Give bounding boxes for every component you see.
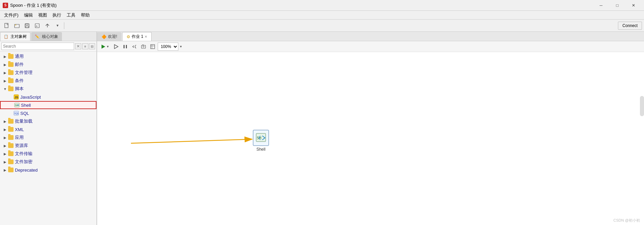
canvas-shell-node[interactable]: SH Shell — [253, 130, 269, 152]
tree-item-mail[interactable]: ▶ 邮件 — [0, 60, 96, 69]
tab-main-objects[interactable]: 📋 主对象树 — [0, 32, 30, 41]
connect-button[interactable]: Connect — [618, 22, 642, 30]
stop-button[interactable] — [112, 43, 120, 51]
capture-button[interactable] — [139, 43, 148, 51]
canvas-tabs: 🔶 欢迎! ⚙ 作业 1 ✕ — [97, 32, 644, 41]
zoom-dropdown[interactable]: ▼ — [179, 45, 182, 48]
toolbar-dropdown[interactable]: ▼ — [53, 21, 62, 30]
shell-node-icon: SH — [256, 132, 266, 143]
svg-rect-20 — [151, 45, 155, 49]
svg-rect-17 — [141, 45, 146, 48]
svg-text:SQL: SQL — [14, 112, 19, 115]
expand-fileencrypt[interactable]: ▶ — [3, 159, 7, 164]
tab-close-job1[interactable]: ✕ — [145, 35, 147, 39]
svg-point-18 — [143, 46, 144, 47]
toolbar-open[interactable] — [12, 21, 22, 30]
tree-label-batchload: 批量加载 — [15, 118, 32, 124]
menu-edit[interactable]: 编辑 — [21, 11, 36, 19]
menu-file[interactable]: 文件(F) — [1, 11, 21, 19]
toolbar-new[interactable] — [2, 21, 12, 30]
tab-main-objects-label: 主对象树 — [10, 34, 27, 39]
menu-bar: 文件(F) 编辑 视图 执行 工具 帮助 — [0, 11, 644, 20]
svg-line-24 — [131, 139, 252, 143]
arrow-svg — [97, 52, 644, 225]
toolbar-save[interactable] — [22, 21, 32, 30]
folder-icon-general — [8, 54, 14, 59]
tree-label-app: 应用 — [15, 134, 24, 141]
expand-mail[interactable]: ▶ — [3, 62, 7, 67]
welcome-tab-icon: 🔶 — [102, 34, 107, 39]
expand-script[interactable]: ▼ — [3, 86, 7, 91]
canvas-toolbar: ▼ 25% 50% 75% 100% 150% — [97, 41, 644, 52]
menu-view[interactable]: 视图 — [36, 11, 50, 19]
tree-item-general[interactable]: ▶ 通用 — [0, 52, 96, 60]
tab-welcome[interactable]: 🔶 欢迎! — [97, 32, 121, 41]
tree-item-database[interactable]: ▶ 资源库 — [0, 142, 96, 150]
folder-icon-batchload — [8, 119, 14, 124]
folder-icon-filetransfer — [8, 151, 14, 156]
toolbar-saveas[interactable]: A — [32, 21, 42, 30]
tree-item-batchload[interactable]: ▶ 批量加载 — [0, 117, 96, 125]
pause-button[interactable] — [121, 43, 129, 51]
toolbar-export[interactable] — [43, 21, 52, 30]
search-clear-button[interactable]: ✕ — [75, 43, 81, 49]
tree-item-condition[interactable]: ▶ 条件 — [0, 77, 96, 85]
play-button[interactable]: ▼ — [99, 43, 111, 51]
tree-view-button[interactable]: ≡ — [82, 43, 88, 49]
tree-label-sql: SQL — [20, 111, 29, 116]
tree-label-general: 通用 — [15, 53, 24, 59]
tree-item-fileencrypt[interactable]: ▶ 文件加密 — [0, 158, 96, 166]
close-button[interactable]: ✕ — [626, 0, 641, 11]
left-panel: 📋 主对象树 ✏️ 核心对象 ✕ ≡ ⊟ ▶ 通用 — [0, 32, 97, 225]
expand-batchload[interactable]: ▶ — [3, 119, 7, 124]
tree-item-script[interactable]: ▼ 脚本 — [0, 85, 96, 93]
tree-item-filemanage[interactable]: ▶ 文件管理 — [0, 69, 96, 77]
search-area: ✕ ≡ ⊟ — [0, 41, 96, 52]
canvas-scrollbar[interactable] — [640, 96, 644, 116]
expand-filemanage[interactable]: ▶ — [3, 70, 7, 75]
expand-general[interactable]: ▶ — [3, 54, 7, 59]
rewind-button[interactable] — [130, 43, 138, 51]
tree-item-deprecated[interactable]: ▶ Deprecated — [0, 166, 96, 174]
expand-xml[interactable]: ▶ — [3, 127, 7, 132]
tree-item-app[interactable]: ▶ 应用 — [0, 133, 96, 142]
tree-item-filetransfer[interactable]: ▶ 文件传输 — [0, 150, 96, 158]
panel-tabs: 📋 主对象树 ✏️ 核心对象 — [0, 32, 96, 41]
svg-rect-19 — [142, 45, 143, 45]
menu-tools[interactable]: 工具 — [64, 11, 78, 19]
right-panel: 🔶 欢迎! ⚙ 作业 1 ✕ ▼ — [97, 32, 644, 225]
flat-view-button[interactable]: ⊟ — [89, 43, 95, 49]
expand-condition[interactable]: ▶ — [3, 78, 7, 83]
expand-deprecated[interactable]: ▶ — [3, 168, 7, 172]
tree-label-mail: 邮件 — [15, 61, 24, 68]
tree-item-shell[interactable]: ▶ SH Shell — [0, 101, 96, 109]
app-title: Spoon - 作业 1 (有变动) — [10, 2, 593, 8]
expand-database[interactable]: ▶ — [3, 143, 7, 148]
shell-node-icon-box: SH — [253, 130, 269, 146]
minimize-button[interactable]: ─ — [593, 0, 609, 11]
tree-label-xml: XML — [15, 127, 24, 132]
tree-label-filemanage: 文件管理 — [15, 70, 32, 76]
canvas-area[interactable]: SH Shell — [97, 52, 644, 225]
tree-item-sql[interactable]: ▶ SQL SQL — [0, 109, 96, 117]
expand-app[interactable]: ▶ — [3, 135, 7, 140]
folder-icon-database — [8, 143, 14, 148]
folder-icon-mail — [8, 62, 14, 67]
svg-text:A: A — [36, 25, 38, 27]
search-input[interactable] — [1, 43, 74, 50]
svg-marker-13 — [102, 45, 105, 49]
view-button[interactable] — [149, 43, 157, 51]
zoom-select[interactable]: 25% 50% 75% 100% 150% 200% — [158, 43, 178, 51]
job1-tab-label: 作业 1 — [132, 34, 143, 40]
menu-help[interactable]: 帮助 — [78, 11, 92, 19]
tree-area: ▶ 通用 ▶ 邮件 ▶ 文件管理 ▶ 条件 — [0, 52, 96, 225]
tree-item-xml[interactable]: ▶ XML — [0, 125, 96, 133]
tab-job1[interactable]: ⚙ 作业 1 ✕ — [122, 32, 152, 41]
main-layout: 📋 主对象树 ✏️ 核心对象 ✕ ≡ ⊟ ▶ 通用 — [0, 32, 644, 225]
expand-filetransfer[interactable]: ▶ — [3, 151, 7, 156]
tab-core-objects[interactable]: ✏️ 核心对象 — [31, 32, 62, 41]
script-icon-javascript: JS — [14, 94, 19, 100]
menu-execute[interactable]: 执行 — [50, 11, 64, 19]
tree-item-javascript[interactable]: ▶ JS JavaScript — [0, 93, 96, 101]
maximize-button[interactable]: □ — [609, 0, 625, 11]
